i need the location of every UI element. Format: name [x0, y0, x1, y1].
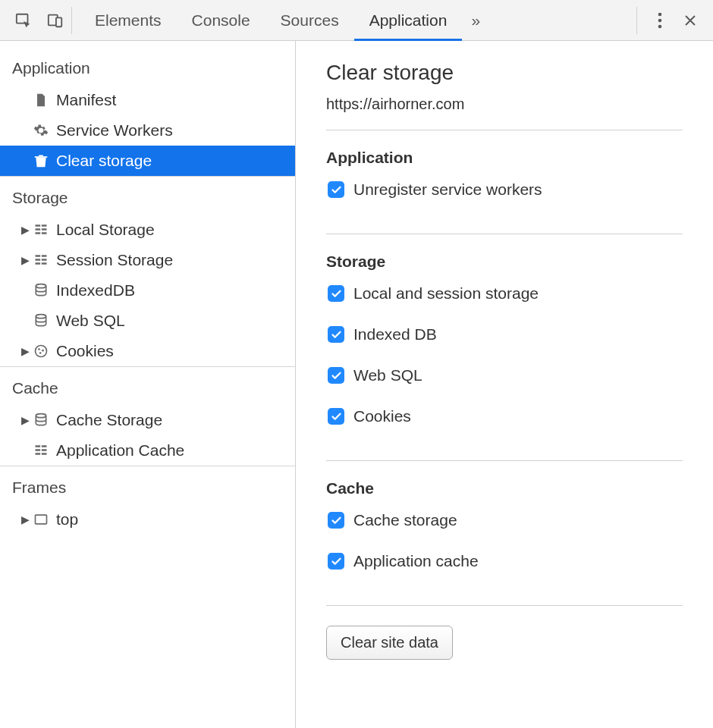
- sidebar-item-cookies[interactable]: ▶Cookies: [0, 336, 295, 366]
- sidebar-item-clear-storage[interactable]: ▶Clear storage: [0, 146, 295, 176]
- checkbox-row: Application cache: [328, 552, 683, 570]
- sidebar-item-service-workers[interactable]: ▶Service Workers: [0, 115, 295, 146]
- devtools-toolbar: ElementsConsoleSourcesApplication »: [0, 0, 713, 41]
- checkbox-row: Local and session storage: [328, 284, 683, 303]
- section-title: Application: [326, 149, 683, 167]
- checkbox-label: Local and session storage: [353, 284, 539, 303]
- checkbox-label: Indexed DB: [353, 325, 437, 344]
- checkbox-label: Application cache: [353, 552, 479, 570]
- sidebar-item-label: Local Storage: [56, 221, 155, 239]
- clear-site-data-button[interactable]: Clear site data: [326, 626, 453, 660]
- checkbox-row: Cookies: [328, 407, 683, 425]
- checkbox-row: Indexed DB: [328, 325, 683, 344]
- devtools-tabs: ElementsConsoleSourcesApplication: [80, 0, 462, 40]
- grid-icon: [32, 441, 50, 460]
- sidebar-item-label: IndexedDB: [56, 281, 135, 300]
- sidebar-item-session-storage[interactable]: ▶Session Storage: [0, 245, 295, 275]
- sidebar-item-manifest[interactable]: ▶Manifest: [0, 85, 295, 115]
- gear-icon: [32, 121, 50, 140]
- toolbar-separator: [636, 7, 637, 34]
- sidebar-item-indexeddb[interactable]: ▶IndexedDB: [0, 275, 295, 306]
- expand-caret-icon[interactable]: ▶: [18, 224, 32, 236]
- checkbox[interactable]: [328, 408, 344, 425]
- panel-section-cache: CacheCache storageApplication cache: [326, 460, 683, 605]
- grid-icon: [32, 221, 50, 239]
- toolbar-right: [633, 5, 705, 36]
- kebab-menu-icon[interactable]: [645, 5, 675, 36]
- panel-footer: Clear site data: [326, 605, 683, 672]
- tab-application[interactable]: Application: [354, 0, 463, 40]
- sidebar-item-label: Service Workers: [56, 121, 173, 140]
- panel-title: Clear storage: [326, 61, 683, 85]
- sidebar-item-label: Session Storage: [56, 251, 173, 269]
- trash-icon: [32, 152, 50, 170]
- more-tabs-icon[interactable]: »: [462, 11, 489, 30]
- svg-rect-0: [17, 14, 28, 23]
- svg-point-3: [658, 12, 662, 16]
- sidebar-item-application-cache[interactable]: ▶Application Cache: [0, 435, 295, 466]
- tab-sources[interactable]: Sources: [265, 0, 354, 40]
- toolbar-separator: [71, 7, 72, 34]
- tab-console[interactable]: Console: [177, 0, 265, 40]
- db-icon: [32, 281, 50, 300]
- svg-point-4: [658, 18, 662, 22]
- panel-section-application: ApplicationUnregister service workers: [326, 130, 683, 234]
- sidebar-group-storage: Storage▶Local Storage▶Session Storage▶In…: [0, 177, 295, 367]
- toolbar-left: [11, 8, 68, 33]
- close-devtools-icon[interactable]: [675, 5, 705, 36]
- sidebar-group-application: Application▶Manifest▶Service Workers▶Cle…: [0, 47, 295, 177]
- sidebar-group-frames: Frames▶top: [0, 466, 295, 535]
- expand-caret-icon[interactable]: ▶: [18, 345, 32, 357]
- sidebar-item-label: Cookies: [56, 342, 114, 360]
- checkbox[interactable]: [328, 181, 344, 198]
- checkbox-label: Cache storage: [353, 511, 457, 529]
- inspect-icon[interactable]: [11, 8, 36, 33]
- db-icon: [32, 411, 50, 429]
- sidebar-item-label: Application Cache: [56, 441, 184, 460]
- sidebar-item-label: Clear storage: [56, 152, 152, 170]
- db-icon: [32, 312, 50, 330]
- checkbox-row: Web SQL: [328, 366, 683, 384]
- sidebar-group-title: Frames: [0, 466, 295, 504]
- sidebar-item-local-storage[interactable]: ▶Local Storage: [0, 215, 295, 245]
- sidebar-group-title: Application: [0, 47, 295, 85]
- sidebar-group-title: Cache: [0, 367, 295, 405]
- application-sidebar: Application▶Manifest▶Service Workers▶Cle…: [0, 41, 296, 728]
- expand-caret-icon[interactable]: ▶: [18, 254, 32, 266]
- checkbox[interactable]: [328, 285, 344, 302]
- panel-section-storage: StorageLocal and session storageIndexed …: [326, 234, 683, 460]
- checkbox-label: Web SQL: [353, 366, 422, 384]
- device-toggle-icon[interactable]: [42, 8, 68, 33]
- sidebar-group-cache: Cache▶Cache Storage▶Application Cache: [0, 367, 295, 466]
- frame-icon: [32, 510, 50, 529]
- section-title: Cache: [326, 479, 683, 497]
- tab-elements[interactable]: Elements: [80, 0, 177, 40]
- expand-caret-icon[interactable]: ▶: [18, 414, 32, 426]
- grid-icon: [32, 251, 50, 269]
- sidebar-group-title: Storage: [0, 177, 295, 215]
- sidebar-item-cache-storage[interactable]: ▶Cache Storage: [0, 405, 295, 435]
- sidebar-item-label: Cache Storage: [56, 411, 162, 429]
- checkbox[interactable]: [328, 553, 344, 570]
- checkbox-label: Cookies: [353, 407, 411, 425]
- sidebar-item-label: top: [56, 510, 78, 529]
- clear-storage-panel: Clear storage https://airhorner.com Appl…: [296, 41, 713, 728]
- checkbox-row: Unregister service workers: [328, 180, 683, 199]
- sidebar-item-top[interactable]: ▶top: [0, 504, 295, 535]
- section-title: Storage: [326, 253, 683, 271]
- document-icon: [32, 91, 50, 109]
- expand-caret-icon[interactable]: ▶: [18, 513, 32, 526]
- checkbox-row: Cache storage: [328, 511, 683, 529]
- checkbox-label: Unregister service workers: [353, 180, 542, 199]
- sidebar-item-label: Web SQL: [56, 312, 125, 330]
- checkbox[interactable]: [328, 367, 344, 384]
- checkbox[interactable]: [328, 326, 344, 343]
- sidebar-item-label: Manifest: [56, 91, 116, 109]
- svg-point-5: [658, 24, 662, 28]
- sidebar-item-web-sql[interactable]: ▶Web SQL: [0, 306, 295, 336]
- cookie-icon: [32, 342, 50, 360]
- svg-rect-2: [56, 17, 61, 27]
- checkbox[interactable]: [328, 512, 344, 529]
- panel-origin: https://airhorner.com: [326, 96, 683, 113]
